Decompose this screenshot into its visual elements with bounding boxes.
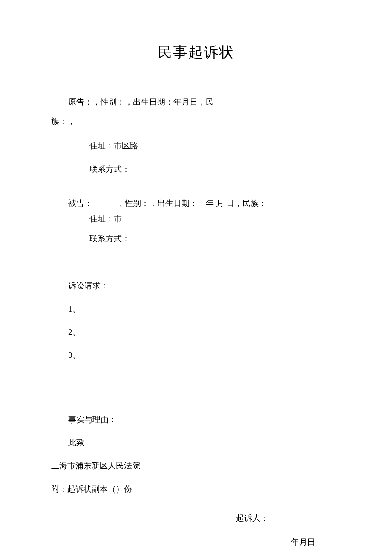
plaintiff-contact: 联系方式： [51,163,341,176]
defendant-address: 住址：市 [51,212,341,225]
defendant-contact: 联系方式： [51,232,341,245]
court-name: 上海市浦东新区人民法院 [51,459,341,472]
document-title: 民事起诉状 [51,43,341,62]
plaintiff-info-line1: 原告：，性别：，出生日期：年月日，民 [51,92,341,112]
attachment-note: 附：起诉状副本（）份 [51,483,341,496]
date-line: 年月日 [51,537,341,548]
plaintiff-info-line2: 族：， [51,112,341,131]
claims-heading: 诉讼请求： [51,279,341,292]
claim-item-1: 1、 [51,303,341,316]
claim-item-2: 2、 [51,326,341,339]
closing-salutation: 此致 [51,436,341,449]
plaintiff-address: 住址：市区路 [51,139,341,152]
facts-heading: 事实与理由： [51,413,341,426]
defendant-info: 被告： ，性别：，出生日期： 年 月 日，民族： [51,197,341,210]
signature-label: 起诉人： [51,513,341,524]
claim-item-3: 3、 [51,349,341,362]
plaintiff-section: 原告：，性别：，出生日期：年月日，民 族：， [51,92,341,131]
